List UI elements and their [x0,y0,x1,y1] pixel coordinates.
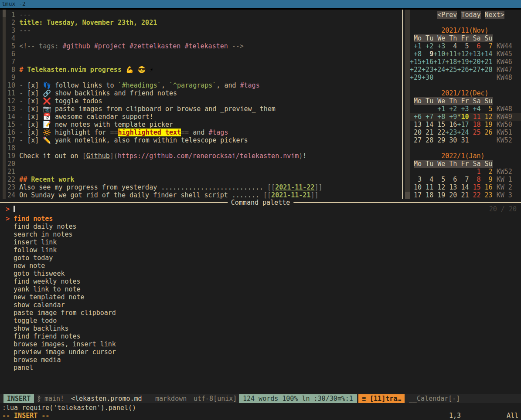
calendar-day[interactable]: 25 [469,129,480,136]
palette-item[interactable]: follow link [6,246,116,254]
calendar-day[interactable]: +26 [457,66,469,74]
palette-item[interactable]: goto thisweek [6,270,116,278]
palette-prompt[interactable]: > [6,205,15,213]
calendar-day[interactable]: +2 [422,42,433,50]
calendar-day[interactable]: +12 [457,50,469,58]
editor-line[interactable]: 4 [3,34,323,42]
editor-line[interactable]: 7 [3,58,323,66]
calendar-day[interactable]: 16 [445,121,457,129]
calendar-day[interactable]: +10 [433,50,445,58]
calendar-next-button[interactable]: Next> [485,11,504,19]
editor-line[interactable]: 14 - [x] 📅 awesome calendar support! [3,113,323,121]
calendar-prev-button[interactable]: <Prev [437,11,457,19]
calendar-day[interactable]: 2 [481,168,493,176]
calendar-day[interactable]: 7 [481,42,493,50]
calendar-day[interactable]: 17 [410,191,422,199]
calendar-day[interactable]: 30 [445,136,457,144]
calendar-day[interactable]: 12 [433,183,445,191]
calendar-day[interactable]: +4 [469,105,480,113]
calendar-day[interactable]: +17 [433,58,445,66]
git-branch[interactable]: main! [37,394,64,403]
calendar-day[interactable]: +20 [469,58,480,66]
calendar-day[interactable]: +3 [457,105,469,113]
calendar-day[interactable]: +16 [422,58,433,66]
calendar-day[interactable]: 21 [422,129,433,136]
palette-item[interactable]: yank link to note [6,285,116,293]
calendar-day[interactable]: 1 [469,168,480,176]
editor-line[interactable]: 20 [3,160,323,168]
calendar-day[interactable]: 13 [410,121,422,129]
calendar-day[interactable]: 22 [469,191,480,199]
editor-line[interactable]: 1 --- [3,11,323,19]
calendar-day[interactable]: +22 [410,66,422,74]
calendar-day[interactable]: 10 [410,183,422,191]
calendar-day[interactable]: 27 [410,136,422,144]
calendar-day[interactable]: 15 [433,121,445,129]
calendar-day[interactable]: 23 [481,191,493,199]
calendar-day[interactable]: 13 [445,183,457,191]
calendar-day[interactable]: 12 [481,113,493,121]
editor-line[interactable]: 16 - [x] 🔆 highlight for ==highlighted t… [3,129,323,136]
calendar-day[interactable]: 4 [445,42,457,50]
calendar-day[interactable]: +2 [445,105,457,113]
palette-item[interactable]: find friend notes [6,332,116,340]
calendar-day[interactable]: 8 [469,176,480,183]
editor-line[interactable]: 10 - [x] 👣 follow links to `#headings`, … [3,81,323,89]
calendar-day[interactable]: 26 [481,129,493,136]
palette-item[interactable]: new note [6,262,116,270]
calendar-day[interactable]: +30 [422,74,433,81]
editor-line[interactable]: 21 [3,168,323,176]
editor-line[interactable]: 6 [3,50,323,58]
text-segment[interactable]: Github [86,152,110,160]
palette-item[interactable]: paste image from clipboard [6,309,116,317]
calendar-day[interactable]: 31 [457,136,469,144]
calendar-day[interactable]: 9 [422,50,433,58]
palette-item[interactable]: panel [6,364,116,372]
calendar-day[interactable]: +11 [445,50,457,58]
calendar-day[interactable]: +8 [410,50,422,58]
editor-line[interactable]: 8 # Telekasten.nvim progress 💪 😎 ⚡ [3,66,323,74]
calendar-buffer-label[interactable]: __Calendar[-] [409,394,460,403]
window-vertical-separator[interactable] [402,10,403,199]
calendar-day[interactable]: 11 [422,183,433,191]
palette-item[interactable]: insert link [6,238,116,246]
calendar-day[interactable]: +25 [445,66,457,74]
calendar-day[interactable]: +29 [410,74,422,81]
calendar-day[interactable]: +1 [433,105,445,113]
calendar-day[interactable]: 21 [457,191,469,199]
calendar-day[interactable]: +1 [410,42,422,50]
wiki-date-link[interactable]: 2021-11-22 [275,183,314,191]
calendar-day[interactable]: 14 [422,121,433,129]
palette-item[interactable]: show backlinks [6,325,116,332]
editor-line[interactable]: 5 <!-- tags: #github #project #zettelkas… [3,42,323,50]
calendar-day[interactable]: 16 [481,183,493,191]
palette-item[interactable]: preview image under cursor [6,348,116,356]
calendar-day[interactable]: 5 [433,176,445,183]
calendar-day[interactable]: +23 [422,66,433,74]
calendar-day[interactable]: 7 [457,176,469,183]
calendar-day[interactable]: +18 [445,58,457,66]
palette-item[interactable]: search in notes [6,230,116,238]
calendar-day[interactable]: 11 [469,113,480,121]
calendar-day[interactable]: +24 [433,66,445,74]
wiki-date-link[interactable]: 2021-11-21 [271,191,310,199]
buffer-badge[interactable]: ≡ [11]tra… [358,394,405,403]
calendar-day[interactable]: 20 [410,129,422,136]
palette-item[interactable]: browse images, insert link [6,340,116,348]
calendar-day[interactable]: +27 [469,66,480,74]
calendar-day[interactable]: +6 [410,113,422,121]
calendar-day[interactable]: 5 [481,105,493,113]
editor-line[interactable]: 18 [3,144,323,152]
palette-item[interactable]: find daily notes [6,223,116,230]
calendar-today-button[interactable]: Today [461,11,480,19]
editor-line[interactable]: 19 Check it out on [Github](https://gith… [3,152,323,160]
editor-line[interactable]: 12 - [x] ❌ toggle todos [3,97,323,105]
editor-line[interactable]: 23 Also see my progress from yesterday .… [3,183,323,191]
palette-item[interactable]: toggle todo [6,317,116,325]
calendar-day[interactable]: 9 [481,176,493,183]
calendar-day[interactable]: 22 [433,129,445,136]
calendar-day[interactable]: +17 [457,121,469,129]
calendar-day[interactable]: 19 [433,191,445,199]
calendar-day[interactable]: 20 [445,191,457,199]
calendar-day[interactable]: +8 [433,113,445,121]
